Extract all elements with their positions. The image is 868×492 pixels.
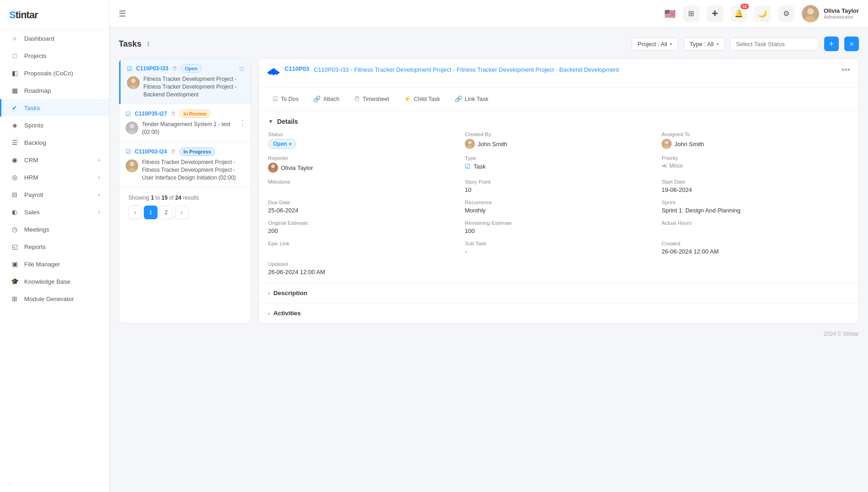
- sidebar-item-label: Module Generator: [24, 296, 74, 302]
- showing-text: Showing 1 to 15 of 24 results: [128, 195, 242, 201]
- meetings-icon: ◷: [11, 226, 19, 233]
- add-icon: ✚: [712, 9, 718, 18]
- section-label: Details: [277, 118, 298, 125]
- field-label: Reporter: [268, 155, 456, 161]
- projects-icon: □: [11, 52, 19, 59]
- sidebar-item-meetings[interactable]: ◷ Meetings: [0, 221, 109, 238]
- field-label: Updated: [268, 261, 456, 267]
- page-2-button[interactable]: 2: [159, 206, 173, 219]
- details-section: ▼ Details Status Open ▾: [259, 111, 858, 283]
- prev-page-button[interactable]: ‹: [128, 206, 142, 219]
- language-flag[interactable]: 🇺🇸: [664, 8, 676, 19]
- sales-icon: ◐: [11, 208, 19, 216]
- dashboard-icon: ○: [11, 35, 19, 42]
- detail-header: C110P03 C110P03-I33 - Fitness Tracker De…: [259, 59, 858, 88]
- svg-point-14: [467, 145, 473, 149]
- field-sub-task: Sub Task -: [465, 241, 652, 255]
- tab-child-task[interactable]: ⚡ Child Task: [397, 92, 446, 106]
- sidebar-item-proposals[interactable]: ◧ Proposals (CoCo): [0, 64, 109, 82]
- tab-link-task[interactable]: 🔗 Link Task: [448, 92, 495, 106]
- task-checkbox-icon: ☑: [126, 148, 131, 155]
- list-view-button[interactable]: ≡: [844, 37, 859, 51]
- module-generator-icon: ⊞: [11, 295, 19, 302]
- field-label: Assigned To: [662, 132, 849, 137]
- sidebar-item-dashboard[interactable]: ○ Dashboard: [0, 30, 109, 47]
- sidebar-item-label: Dashboard: [24, 35, 54, 42]
- user-role: Administrator: [824, 14, 859, 20]
- field-reporter: Reporter Olivia Taylor: [268, 155, 456, 173]
- sidebar-item-label: Proposals (CoCo): [24, 70, 73, 77]
- menu-toggle-button[interactable]: ☰: [119, 9, 126, 19]
- field-value: John Smith: [465, 139, 652, 149]
- next-page-button[interactable]: ›: [175, 206, 189, 219]
- sidebar-item-sprints[interactable]: ◈ Sprints: [0, 116, 109, 134]
- add-icon-button[interactable]: ✚: [707, 5, 723, 22]
- moon-icon: 🌙: [758, 9, 767, 18]
- dark-mode-button[interactable]: 🌙: [754, 5, 771, 22]
- tab-attach[interactable]: 🔗 Attach: [307, 92, 346, 106]
- info-icon[interactable]: ℹ: [147, 40, 149, 48]
- sidebar-item-hrm[interactable]: ◎ HRM ›: [0, 169, 109, 186]
- sidebar-item-roadmap[interactable]: ▦ Roadmap: [0, 82, 109, 99]
- svg-point-4: [131, 79, 136, 83]
- task-checkbox-icon: ☑: [126, 111, 131, 117]
- project-filter-label: Project : All: [637, 41, 667, 48]
- user-profile[interactable]: Olivia Taylor Administrator: [802, 5, 859, 22]
- type-filter-dropdown[interactable]: Type : All ▾: [684, 37, 725, 51]
- brand-name: Stintar: [9, 8, 38, 21]
- task-item[interactable]: ☑ C110P35-I27 ⏱ In Review Tender Managem…: [119, 104, 251, 142]
- sidebar-item-module-generator[interactable]: ⊞ Module Generator: [0, 290, 109, 307]
- type-icon: ☑: [465, 163, 471, 170]
- field-value: 19-06-2024: [662, 186, 849, 193]
- sidebar-item-projects[interactable]: □ Projects: [0, 47, 109, 64]
- description-label: Description: [274, 290, 307, 296]
- sidebar-item-label: Tasks: [24, 105, 40, 111]
- field-label: Actual Hours: [662, 220, 849, 226]
- sidebar-item-file-manager[interactable]: ▣ File Manager: [0, 255, 109, 273]
- field-label: Due Date: [268, 200, 456, 205]
- task-item[interactable]: ☑ C110P03-I33 ⏱ Open ⊡ Fitness Tracker D…: [119, 59, 251, 104]
- field-recurrence: Recurrence Monthly: [465, 200, 652, 214]
- field-story-point: Story Point 10: [465, 179, 652, 193]
- crm-icon: ◉: [11, 156, 19, 164]
- branch-icon: ⚡: [404, 95, 411, 102]
- sidebar-item-reports[interactable]: ◱ Reports: [0, 238, 109, 255]
- backlog-icon: ☰: [11, 139, 19, 146]
- project-filter-dropdown[interactable]: Project : All ▾: [631, 37, 678, 51]
- hrm-icon: ◎: [11, 174, 19, 181]
- status-text: Open: [273, 141, 287, 147]
- apps-icon-button[interactable]: ⊞: [683, 5, 700, 22]
- proposals-icon: ◧: [11, 69, 19, 77]
- notification-count: 52: [741, 4, 749, 9]
- status-filter-input[interactable]: [730, 37, 819, 51]
- activities-toggle[interactable]: › Activities: [268, 310, 849, 317]
- more-options-icon[interactable]: ⋮: [239, 119, 246, 127]
- description-toggle[interactable]: › Description: [268, 290, 849, 296]
- section-toggle-details[interactable]: ▼ Details: [268, 118, 849, 125]
- field-original-estimate: Original Estimate 200: [268, 220, 456, 234]
- clock-icon: ⏱: [171, 149, 176, 154]
- settings-button[interactable]: ⚙: [778, 5, 794, 22]
- detail-fields-grid: Status Open ▾ Created By: [268, 132, 849, 275]
- notifications-button[interactable]: 🔔 52: [731, 5, 747, 22]
- add-task-button[interactable]: +: [824, 37, 839, 51]
- status-badge[interactable]: Open ▾: [268, 139, 296, 149]
- page-title: Tasks: [119, 39, 142, 49]
- type-value: Task: [473, 163, 486, 170]
- sidebar-item-knowledge-base[interactable]: 🎓 Knowledge Base: [0, 273, 109, 290]
- sidebar-item-backlog[interactable]: ☰ Backlog: [0, 134, 109, 151]
- link-icon: 🔗: [313, 95, 321, 102]
- page-1-button[interactable]: 1: [144, 206, 158, 219]
- svg-point-7: [130, 124, 134, 128]
- tab-timesheet[interactable]: ⏱ Timesheet: [347, 92, 395, 106]
- sidebar-item-tasks[interactable]: ✔ Tasks: [0, 99, 109, 116]
- sidebar-item-sales[interactable]: ◐ Sales ›: [0, 203, 109, 221]
- detail-task-info: C110P03: [284, 65, 309, 73]
- sidebar-item-crm[interactable]: ◉ CRM ›: [0, 151, 109, 169]
- sidebar-item-payroll[interactable]: ⊟ Payroll ›: [0, 186, 109, 203]
- task-description: Fitness Tracker Development Project - Fi…: [143, 75, 244, 98]
- task-item[interactable]: ☑ C110P03-I24 ⏱ In Progress Fitness Trac…: [119, 142, 251, 187]
- more-options-icon[interactable]: •••: [842, 65, 850, 75]
- logo: Stintar: [0, 0, 109, 30]
- tab-todos[interactable]: ☑ To Dos: [266, 92, 305, 106]
